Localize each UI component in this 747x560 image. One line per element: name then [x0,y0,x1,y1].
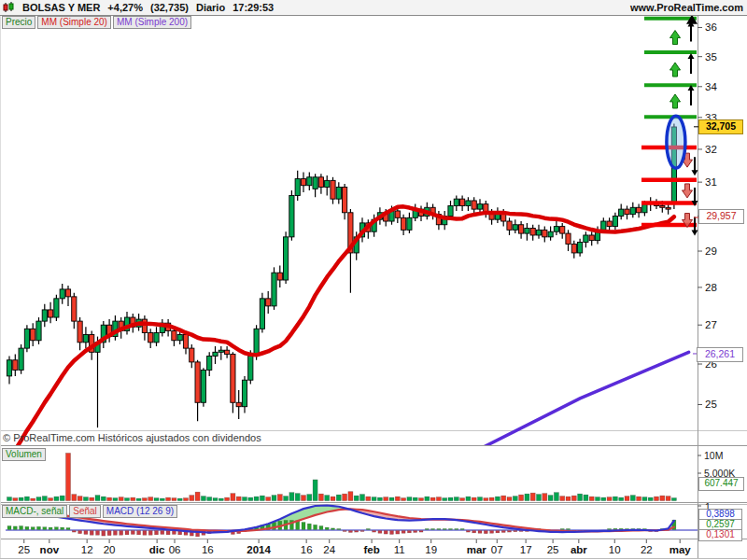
candlestick-icon [3,2,15,13]
tab-precio[interactable]: Precio [2,16,35,29]
candle-up [295,179,300,196]
volume-bar [360,495,365,501]
macd-histogram-bar [396,531,400,535]
candle-up [272,273,276,306]
candle-down [519,225,524,233]
candle-up [536,230,541,235]
volume-bar [66,454,71,501]
macd-histogram-bar [166,531,170,535]
macd-histogram-bar [90,531,93,536]
tab-volumen[interactable]: Volumen [2,448,46,461]
candle-up [60,289,64,299]
macd-histogram-bar [7,526,11,530]
volume-bar [530,493,535,500]
macd-histogram-bar [514,531,517,532]
volume-bar [402,498,406,501]
candle-down [571,244,576,253]
date-tick-label: 25 [18,544,30,555]
volume-bar [660,496,665,500]
tab-macd-params[interactable]: MACD (12 26 9) [103,505,177,518]
volume-bar [354,496,359,500]
price-tick-label: 31 [705,176,717,188]
volume-bar [336,495,341,500]
volume-bar [566,497,571,500]
volume-bar [254,497,259,500]
candle-down [225,350,230,354]
volume-bar [19,497,23,500]
macd-histogram-bar [20,526,23,530]
candle-up [289,196,294,237]
macd-histogram-bar [25,526,29,529]
volume-bar [7,497,12,501]
date-tick-label: feb [363,544,379,555]
price-tick-label: 32 [705,144,717,155]
macd-histogram-bar [120,531,123,536]
candle-up [248,357,253,381]
candle-up [477,204,482,209]
date-tick-label: 10 [609,544,621,555]
volume-bar [213,498,218,501]
candle-up [525,228,529,233]
volume-bar [548,496,553,501]
candle-up [448,205,453,216]
volume-bar [218,498,223,500]
macd-histogram-bar [613,528,617,529]
volume-bar [307,495,312,501]
date-tick-label: abr [571,544,587,555]
macd-histogram-bar [384,531,388,535]
candle-up [19,348,23,370]
candle-down [72,297,77,321]
candle-up [584,235,588,243]
price-tick-label: 27 [705,319,717,330]
candle-down [402,217,406,230]
tab-senal[interactable]: Señal [69,505,101,518]
candle-down [318,177,323,188]
tab-mm20[interactable]: MM (Simple 20) [37,16,111,29]
candle-down [301,179,305,186]
volume-bar [90,497,94,500]
macd-histogram-bar [319,526,323,530]
candle-up [325,180,330,187]
volume-bar [578,494,583,500]
chart-canvas[interactable]: 36353433323130292827262525nov1220dic0616… [0,0,747,560]
mm200-value-marker: 26,261 [697,347,743,362]
volume-bar [325,496,330,501]
copyright-text: © ProRealTime.com Históricos ajustados c… [3,432,261,443]
volume-bar [425,497,430,500]
macd-histogram-bar [519,531,523,532]
macd-histogram-bar [414,531,417,533]
volume-bar [95,496,100,501]
candle-down [236,402,241,406]
volume-bar [366,497,371,500]
volume-bar [142,498,147,501]
clock-time: 17:29:53 [233,2,274,13]
tab-macd-senal[interactable]: MACD-, señal [2,505,67,518]
volume-bar [131,497,135,500]
candle-down [660,205,665,207]
volume-bar [466,497,471,500]
volume-bar [331,497,335,500]
volume-bar [83,497,88,501]
tab-mm200[interactable]: MM (Simple 200) [113,16,191,29]
macd-histogram-bar [155,531,159,535]
timeframe-label: Diario [196,2,225,13]
candle-up [613,216,617,226]
macd-histogram-bar [314,525,317,529]
macd-histogram-bar [66,528,70,530]
date-tick-label: 12 [81,544,93,555]
macd-histogram-bar [107,531,111,536]
volume-bar [343,494,347,500]
candle-up [213,352,218,356]
candle-down [530,228,535,234]
macd-histogram-bar [78,531,82,534]
date-tick-label: 07 [491,544,503,555]
volume-bar [589,497,594,500]
macd-histogram-bar [337,529,341,530]
volume-bar [630,496,635,501]
title-bar: BOLSAS Y MER +4,27% (32,735) Diario 17:2… [0,0,747,16]
macd-histogram-bar [84,531,88,535]
candle-up [336,188,341,200]
volume-bar [231,494,235,501]
signal-value-marker: 0,1301 [698,529,742,541]
candle-down [460,199,465,205]
